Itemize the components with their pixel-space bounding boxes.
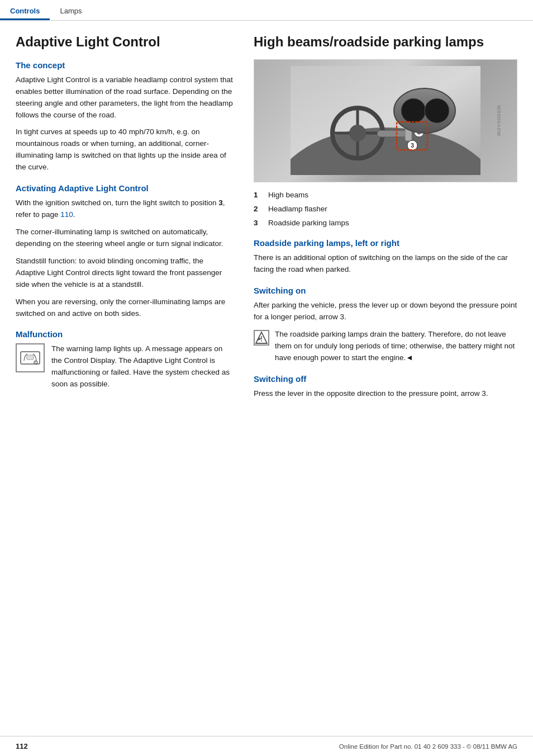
car-interior-illustration: 1 2 3 xyxy=(291,66,480,175)
activating-p1-link: 110 xyxy=(60,210,73,219)
svg-marker-28 xyxy=(258,337,261,341)
list-num-2: 2 xyxy=(254,204,261,215)
malfunction-box: The warning lamp lights up. A message ap… xyxy=(16,343,234,390)
switching-off-heading: Switching off xyxy=(254,374,517,384)
list-text-1: High beams xyxy=(268,190,308,201)
activating-paragraph-4: When you are reversing, only the corner-… xyxy=(16,296,234,320)
list-item-2: 2 Headlamp flasher xyxy=(254,204,517,215)
list-num-1: 1 xyxy=(254,190,261,201)
content-wrapper: Adaptive Light Control The concept Adapt… xyxy=(0,21,533,419)
roadside-paragraph: There is an additional option of switchi… xyxy=(254,252,517,276)
concept-paragraph-2: In tight curves at speeds up to 40 mph/7… xyxy=(16,126,234,173)
list-item-3: 3 Roadside parking lamps xyxy=(254,218,517,229)
warning-lamp-svg xyxy=(20,347,41,368)
list-num-3: 3 xyxy=(254,218,261,229)
malfunction-text: The warning lamp lights up. A message ap… xyxy=(51,343,234,390)
image-watermark: W0000A0W xyxy=(496,105,502,136)
svg-point-23 xyxy=(425,98,449,123)
note-text: The roadside parking lamps drain the bat… xyxy=(275,329,517,364)
svg-point-4 xyxy=(36,363,36,363)
main-title-left: Adaptive Light Control xyxy=(16,34,234,50)
list-text-3: Roadside parking lamps xyxy=(268,218,349,229)
activating-paragraph-2: The corner-illuminating lamp is switched… xyxy=(16,226,234,250)
note-end-symbol: ◄ xyxy=(406,353,413,362)
concept-paragraph-1: Adaptive Light Control is a variable hea… xyxy=(16,74,234,121)
activating-heading: Activating Adaptive Light Control xyxy=(16,183,234,193)
tab-controls[interactable]: Controls xyxy=(0,3,50,20)
page-wrapper: Controls Lamps Adaptive Light Control Th… xyxy=(0,0,533,756)
list-text-2: Headlamp flasher xyxy=(268,204,327,215)
activating-p1-bold: 3 xyxy=(218,199,223,207)
page-number: 112 xyxy=(16,742,28,750)
svg-rect-1 xyxy=(27,355,34,360)
footer-text: Online Edition for Part no. 01 40 2 609 … xyxy=(339,743,517,750)
malfunction-heading: Malfunction xyxy=(16,329,234,339)
roadside-heading: Roadside parking lamps, left or right xyxy=(254,238,517,248)
main-content: Adaptive Light Control The concept Adapt… xyxy=(0,21,533,736)
features-list: 1 High beams 2 Headlamp flasher 3 Roadsi… xyxy=(254,190,517,229)
svg-point-22 xyxy=(401,98,426,123)
top-navigation: Controls Lamps xyxy=(0,0,533,21)
note-text-content: The roadside parking lamps drain the bat… xyxy=(275,330,515,362)
switching-on-heading: Switching on xyxy=(254,286,517,295)
switching-off-paragraph: Press the lever in the opposite directio… xyxy=(254,388,517,400)
car-image-inner: 1 2 3 xyxy=(254,60,517,182)
note-triangle-svg xyxy=(255,331,268,344)
svg-point-8 xyxy=(349,125,366,141)
warning-icon xyxy=(16,343,45,372)
activating-p1-end: . xyxy=(73,210,75,219)
activating-paragraph-3: Standstill function: to avoid blinding o… xyxy=(16,256,234,291)
activating-paragraph-1: With the ignition switched on, turn the … xyxy=(16,197,234,221)
note-icon xyxy=(254,330,269,346)
left-column: Adaptive Light Control The concept Adapt… xyxy=(16,34,234,405)
switching-on-paragraph: After parking the vehicle, press the lev… xyxy=(254,300,517,323)
svg-text:3: 3 xyxy=(411,142,414,149)
right-column: High beams/roadside parking lamps xyxy=(254,34,517,405)
car-image: 1 2 3 W0000A0W xyxy=(254,59,517,182)
malfunction-warning-text: The warning lamp lights up. A message ap… xyxy=(51,344,230,388)
main-title-right: High beams/roadside parking lamps xyxy=(254,34,517,50)
list-item-1: 1 High beams xyxy=(254,190,517,201)
activating-p1-before: With the ignition switched on, turn the … xyxy=(16,199,218,207)
concept-heading: The concept xyxy=(16,60,234,70)
footer-bar: 112 Online Edition for Part no. 01 40 2 … xyxy=(0,736,533,756)
tab-lamps[interactable]: Lamps xyxy=(50,3,92,20)
note-box: The roadside parking lamps drain the bat… xyxy=(254,329,517,364)
svg-point-27 xyxy=(261,341,262,342)
